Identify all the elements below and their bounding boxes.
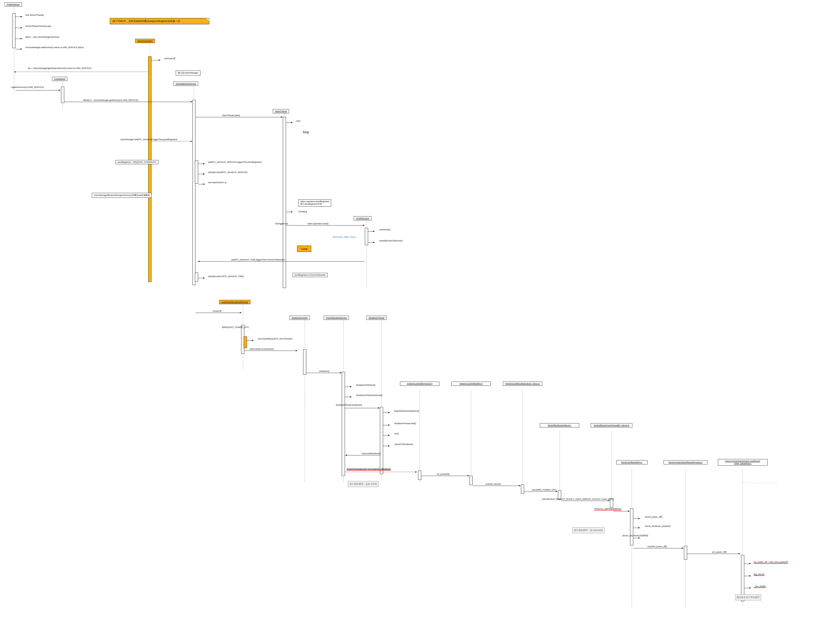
builtins-h-box: system/core/init/builtins.h <box>452 381 491 386</box>
arrow-schedule-time-tick <box>368 242 375 243</box>
kernel-sys-c-box: kernel-imx/kernel/sys.c <box>616 460 647 464</box>
low-level-shutdown-label: lowLevelShutdown() <box>362 452 381 455</box>
server-thread-init-label: ServerThread.initAndLoop() <box>25 25 51 27</box>
raw-writel-label: _raw_writel() <box>754 585 766 588</box>
shutdown-thread-box: ShutdownThread <box>366 316 387 320</box>
clock-receiver-activation <box>365 228 368 245</box>
alarm-operation-note-box: alarm.operation=pendlingIntent 两个pendlin… <box>298 199 331 207</box>
reboot-cmd-note: 重启命令写入寄存器中 <box>735 594 761 600</box>
checking-label: Checking <box>298 210 307 213</box>
device-shutdown-label: device_shutdown()关闭外设 <box>622 534 648 537</box>
shutdown-or-reboot-label: shutdownOrReboot() <box>356 384 376 386</box>
keywords-h-lifeline <box>420 390 420 482</box>
builtins-h-activation <box>469 476 473 485</box>
ialarm-manager-box: 接口是IAlarmManager <box>176 71 201 75</box>
arrow-alarm-operation-send <box>286 225 365 226</box>
syscall-define4-label: SYSCALL_DEFINE4(reboot,) <box>594 508 622 510</box>
alarm-thread-activation <box>283 117 286 288</box>
syscalls-reboot-s-box: bionic/libc/arch-arm/syscalls/_reboot.S <box>591 423 632 427</box>
new-server-thread-label: new ServerThread() <box>25 14 44 16</box>
reboot-rb-power-off-label: reboot(RB_POWER_OFF) <box>532 489 556 491</box>
alarm-manager-note-box: AlarmManager和AlarmManagerService之间通过set传… <box>92 193 152 198</box>
kernel-sys-c-activation <box>630 508 633 545</box>
alarm-manager-set-label: AlarmManager.set(RTC_WAKEUP,triggerTime,… <box>120 138 177 141</box>
am-get-system-service-label: am = (AlarmManager)getSystemService(Cont… <box>28 67 92 70</box>
reboot-linux-magic-label: _reboot(LINUX_REBOOT_MAGIC1, LINUX_REBOO… <box>541 498 614 500</box>
arrow-android-reboot <box>473 486 521 486</box>
shutdown-thread-shutdown-label: shutdownThread.shutdown() <box>336 404 362 406</box>
alarm-new-label: alarm = new AlarmManagerService() <box>25 36 59 38</box>
shutdown-activity-activation <box>303 349 306 375</box>
android-reboot-c-activation <box>521 484 524 494</box>
loop-inner-box: Loop <box>297 245 311 252</box>
bionic-reboot-c-box: bionic/libc/bionic/reboot.c <box>540 423 579 427</box>
arrow-device-shutdown <box>633 538 640 538</box>
machine-power-off-label: machine_power_off() <box>647 545 667 547</box>
set-power-off-label: setPoweroff <box>164 57 175 60</box>
arrow-raw-writel <box>744 588 751 588</box>
arrow-service-manager-add <box>16 49 22 49</box>
for-trigger-list-label: for(triggerList) <box>275 223 288 225</box>
run2-label: run() <box>394 432 399 435</box>
auto-power-broadcast-box: AutoPowerBroadcastReceive <box>219 300 250 304</box>
kernel-process-c-activation <box>684 546 687 560</box>
context-impl-activation <box>61 87 64 103</box>
pending-intent-time-tick-box: pendlingIntent=mTimeTickSender <box>292 273 328 277</box>
kernel-advantech-c-box: kernel-imx/arch/arm/mach-mx6/board-mx6q_… <box>718 459 767 465</box>
alarm-thread-box: AlarmThread <box>273 109 289 113</box>
service-manager-add-label: ServiceManager.addService(Context.ALARM_… <box>25 46 84 49</box>
kernel-process-c-lifeline <box>685 468 686 607</box>
arrow-shutdown <box>306 373 342 373</box>
rtc-wakeup-activation <box>195 160 198 184</box>
android-reboot-c-box: system/core/libcutils/android_reboot.c <box>503 381 542 386</box>
set-rtc-wakeup-time-label: set(RTC_WAKEUP_TIME,triggertTime,mTimeTi… <box>231 259 285 261</box>
syscalls-reboot-s-lifeline <box>611 431 612 508</box>
if-request-power-off-label: if(REQUEST_POWER_OFF) <box>222 326 249 328</box>
schedule-time-tick-label: scheduleTimeTickEvent() <box>379 240 403 242</box>
arrow-low-level-shutdown <box>345 455 380 456</box>
pm-power-off-label: pm_power_off() <box>712 551 727 553</box>
kernel-shutdown-prepare-label: kernel_shutdown_prepare() <box>645 525 671 527</box>
enter-kernel-note: 进行系统调用，进入kernel层 <box>572 527 605 533</box>
register-service-label: registerService(ALARM_SERVICE) <box>11 86 44 89</box>
setting-note: SETTING中，定时关机时间通过set(pendlingIntent)传递一次 <box>110 18 209 24</box>
pm-power-off-mx6-label: pm_power_off = mx6_snvs_poweroff <box>754 561 788 563</box>
arrow-pm-power-off-mx6 <box>744 563 751 564</box>
if-action-time-tick-label: If(ACTION_TIME_TICK) <box>333 236 355 238</box>
intent-activation <box>244 337 247 348</box>
power-manager-service-box: PowerManagerService <box>324 316 349 320</box>
alarm-thread-start-label: AlarmThread.start() <box>222 114 240 117</box>
arrow-do-powerctl <box>421 476 469 476</box>
arrow-set-power-off <box>152 60 161 60</box>
on-receive-label: onReceive() <box>379 228 390 231</box>
enter-system-note: 进入系统调用，这处为关机 <box>348 481 379 487</box>
reboot-or-shutdown-label: rebootOrShutdown() <box>394 443 413 445</box>
ibinder-b-label: IBinder b = ServiceManager.getService(AL… <box>83 99 138 101</box>
arrow-alarm-thread-start <box>196 117 283 117</box>
arrow-server-thread-init <box>16 28 22 28</box>
shutdown-activity-lifeline <box>305 320 305 482</box>
new-batch-label: new Batch(Alarm a) <box>208 181 226 184</box>
set-impl-locked-label: setImplLocked(RTC_WAKEUP_SERVICE) <box>208 171 247 174</box>
arrow-alarm-manager-set <box>152 141 193 141</box>
new-intent-label: new Intent(REQUEST_SHUTDOWN) <box>258 338 292 340</box>
arrow-syscall-define4 <box>613 511 630 511</box>
arrow-pm-power-off <box>687 554 741 554</box>
shutdown-thread-start-label: ShutdownThread.start() <box>394 422 416 425</box>
shutdown-thread-activation <box>380 407 383 474</box>
clock-receiver-box: ClockReceiver <box>354 216 371 220</box>
arrow-power-off <box>196 313 242 313</box>
keywords-h-box: system/core/init/keywords.h <box>400 381 439 386</box>
date-time-setting-box: DateTimeSetting <box>135 39 155 43</box>
shutdown-activity-box: ShutDownActivity <box>289 316 310 320</box>
arrow-reboot-linux-magic <box>561 501 610 501</box>
date-time-setting-activation <box>148 57 152 282</box>
arrow-begin-shutdown-sequence <box>383 413 390 413</box>
set-impl-locked-time-label: setImplLocked (RTC_WAKEUP_TIME) <box>208 275 244 277</box>
keywords-h-activation <box>418 471 421 480</box>
arrow-new-intent <box>247 340 254 341</box>
android-reboot-label: android_reboot() <box>486 483 501 485</box>
do-powerctl-label: do_powerctl() <box>437 473 450 475</box>
system-server-box: SystemServer <box>5 2 22 6</box>
builtins-h-lifeline <box>471 390 471 482</box>
